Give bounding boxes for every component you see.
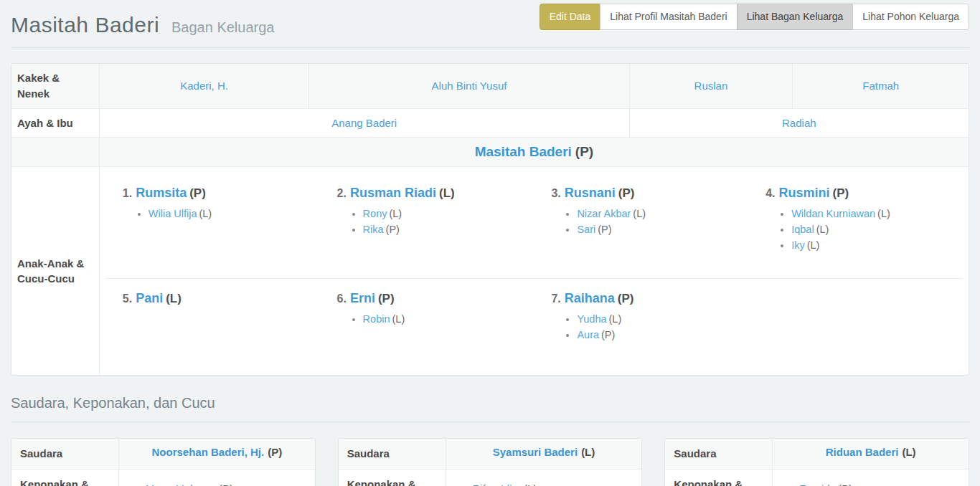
- nephew-item: 1.Muna Makmun(P) Nafies Luthfi(L): [126, 477, 308, 486]
- nephews-row: Keponakan & Cucu-Cucu 1.Muna Makmun(P) N…: [11, 469, 315, 486]
- grandchild-gender: (L): [199, 208, 212, 219]
- saudara-label: Saudara: [665, 439, 773, 469]
- children-grid-row-2: 5.Pani(L) 6.Erni(P) Robin(L) 7.Raihana(P…: [105, 279, 963, 368]
- grandchild-item: Iqbal(L): [791, 224, 956, 235]
- grandfather-maternal-link[interactable]: Ruslan: [694, 80, 728, 92]
- grandparents-label: Kakek & Nenek: [11, 64, 99, 108]
- grandchild-link[interactable]: Wildan Kurniawan: [791, 208, 875, 219]
- sibling-gender: (L): [902, 446, 915, 458]
- grandchild-link[interactable]: Sari: [577, 224, 595, 235]
- grandfather-maternal-cell: Ruslan: [629, 64, 793, 108]
- person-name-title: Masitah Baderi: [11, 13, 159, 37]
- grandchild-link[interactable]: Wilia Ulfija: [149, 208, 197, 219]
- self-label-empty: [11, 137, 99, 166]
- grandchild-link[interactable]: Rika: [363, 224, 384, 235]
- grandchild-gender: (P): [386, 224, 400, 235]
- nephews-row: Keponakan & Cucu-Cucu 1.Zuraida(P) Andik…: [665, 469, 969, 486]
- grandchild-gender: (L): [807, 239, 820, 251]
- child-name-link[interactable]: Rusmini: [779, 186, 830, 200]
- nephew-name-link[interactable]: Muna Makmun: [146, 482, 217, 486]
- self-gender: (P): [575, 144, 593, 159]
- grandchildren-list: Rony(L) Rika(P): [337, 208, 527, 235]
- sibling-gender: (L): [581, 446, 595, 458]
- grandchild-item: Aura(P): [577, 329, 741, 340]
- grandchild-link[interactable]: Robin: [363, 313, 390, 325]
- grandchild-gender: (L): [392, 313, 405, 325]
- grandchild-link[interactable]: Yudha: [577, 313, 606, 325]
- nephew-gender: (L): [524, 482, 537, 486]
- grandchildren-list: Yudha(L) Aura(P): [551, 313, 741, 340]
- grandchild-link[interactable]: Iqbal: [791, 224, 814, 235]
- grandchild-item: Rony(L): [363, 208, 527, 219]
- edit-data-button[interactable]: Edit Data: [540, 4, 601, 30]
- parents-row: Ayah & Ibu Anang Baderi Radiah: [11, 108, 969, 138]
- sibling-name-cell: Riduan Baderi(L): [773, 439, 969, 469]
- nephews-cell: 1.Muna Makmun(P) Nafies Luthfi(L): [119, 470, 315, 486]
- page-header: Masitah Baderi Bagan Keluarga Edit Data …: [11, 0, 969, 48]
- child-gender: (P): [833, 186, 849, 200]
- grandchild-gender: (L): [633, 208, 646, 219]
- view-profile-button[interactable]: Lihat Profil Masitah Baderi: [600, 4, 737, 30]
- self-name-link[interactable]: Masitah Baderi: [475, 144, 572, 159]
- nephew-name-link[interactable]: Zuraida: [799, 482, 836, 486]
- nephew-name-link[interactable]: Rifna Idiar: [473, 482, 522, 486]
- sibling-name-link[interactable]: Syamsuri Baderi: [493, 446, 578, 458]
- grandchild-link[interactable]: Iky: [791, 239, 805, 251]
- sibling-name-link[interactable]: Riduan Baderi: [826, 446, 899, 458]
- self-cell: Masitah Baderi(P): [99, 137, 969, 166]
- child-number: 2.: [337, 187, 347, 199]
- grandchild-gender: (L): [816, 224, 829, 235]
- nephews-row: Keponakan & Cucu-Cucu 1.Rifna Idiar(L) S…: [339, 469, 642, 486]
- grandmother-maternal-link[interactable]: Fatmah: [862, 80, 899, 92]
- nephew-gender: (P): [838, 482, 852, 486]
- father-link[interactable]: Anang Baderi: [331, 117, 397, 129]
- family-chart-table-wrap: Kakek & Nenek Kaderi, H. Aluh Binti Yusu…: [11, 63, 969, 376]
- sibling-header-row: Saudara Riduan Baderi(L): [665, 439, 969, 469]
- grandchild-link[interactable]: Aura: [577, 329, 599, 340]
- grandfather-paternal-link[interactable]: Kaderi, H.: [180, 80, 228, 92]
- child-name-link[interactable]: Rumsita: [136, 186, 187, 200]
- saudara-label: Saudara: [339, 439, 446, 469]
- sibling-header-row: Saudara Syamsuri Baderi(L): [339, 439, 642, 469]
- grandchild-item: Wilia Ulfija(L): [149, 208, 313, 219]
- view-chart-button[interactable]: Lihat Bagan Keluarga: [737, 4, 854, 30]
- grandparents-row: Kakek & Nenek Kaderi, H. Aluh Binti Yusu…: [11, 64, 969, 108]
- nephews-cell: 1.Zuraida(P) Andika Nugraha Rahman(L): [773, 470, 969, 486]
- child-block-7: 7.Raihana(P) Yudha(L) Aura(P): [534, 279, 748, 368]
- child-name-link[interactable]: Erni: [350, 291, 375, 305]
- sibling-name-cell: Noorsehan Baderi, Hj.(P): [119, 439, 315, 469]
- sibling-cards: Saudara Noorsehan Baderi, Hj.(P) Keponak…: [11, 438, 969, 486]
- child-name-link[interactable]: Rusman Riadi: [350, 186, 436, 200]
- saudara-label: Saudara: [11, 439, 119, 469]
- nephew-gender: (P): [219, 482, 233, 486]
- view-tree-button[interactable]: Lihat Pohon Keluarga: [852, 4, 969, 30]
- child-name-link[interactable]: Raihana: [565, 291, 615, 305]
- grandchild-link[interactable]: Rony: [363, 208, 387, 219]
- grandchild-item: Wildan Kurniawan(L): [791, 208, 956, 219]
- child-number: 4.: [765, 187, 775, 199]
- sibling-name-cell: Syamsuri Baderi(L): [446, 439, 642, 469]
- grandchild-gender: (P): [601, 329, 615, 340]
- child-block-5: 5.Pani(L): [105, 279, 320, 368]
- sibling-card-1: Saudara Noorsehan Baderi, Hj.(P) Keponak…: [11, 438, 316, 486]
- keponakan-label: Keponakan & Cucu-Cucu: [665, 470, 773, 486]
- grandchild-gender: (L): [877, 208, 890, 219]
- nephew-item: 1.Rifna Idiar(L) Sari Mardiah(P): [453, 477, 635, 486]
- child-number: 7.: [551, 292, 560, 305]
- sibling-name-link[interactable]: Noorsehan Baderi, Hj.: [151, 446, 264, 458]
- grandchild-item: Nizar Akbar(L): [577, 208, 741, 219]
- grandchild-link[interactable]: Nizar Akbar: [577, 208, 631, 219]
- child-gender: (P): [189, 186, 206, 200]
- grandmother-paternal-link[interactable]: Aluh Binti Yusuf: [432, 80, 507, 92]
- child-block-1: 1.Rumsita(P) Wilia Ulfija(L): [105, 173, 320, 278]
- keponakan-label: Keponakan & Cucu-Cucu: [11, 470, 119, 486]
- grandchild-item: Iky(L): [791, 239, 956, 251]
- child-number: 5.: [123, 292, 132, 305]
- children-row: Anak-Anak & Cucu-Cucu 1.Rumsita(P) Wilia…: [11, 166, 969, 375]
- child-number: 3.: [551, 187, 560, 199]
- mother-cell: Radiah: [629, 108, 969, 138]
- child-name-link[interactable]: Pani: [136, 291, 163, 305]
- mother-link[interactable]: Radiah: [782, 117, 816, 129]
- grandchild-item: Robin(L): [363, 313, 527, 325]
- child-name-link[interactable]: Rusnani: [565, 186, 616, 200]
